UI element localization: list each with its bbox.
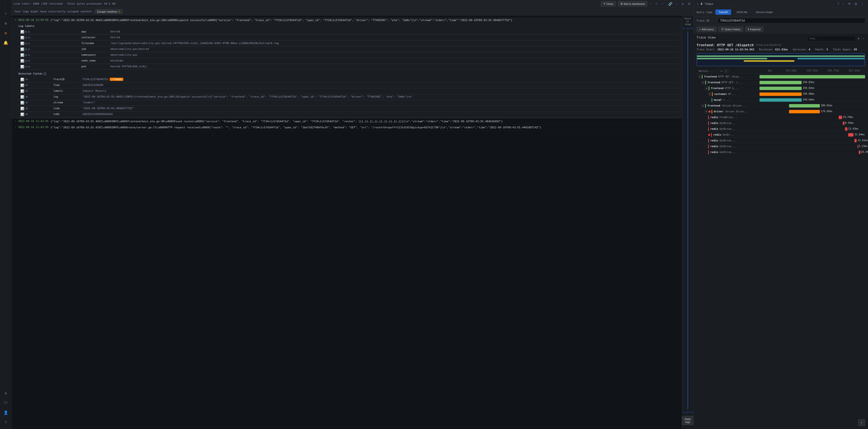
span-row[interactable]: redis GetDrive... 3.23ms bbox=[696, 143, 865, 150]
span-expand-btn[interactable]: ▾ bbox=[702, 81, 705, 84]
bar-chart-icon[interactable]: 📊 bbox=[20, 101, 24, 105]
span-row[interactable]: ▾ customer HT... 249.98ms bbox=[696, 91, 865, 97]
inspector-button[interactable]: ℹ Inspector bbox=[745, 26, 764, 32]
sidebar-item-shield[interactable]: 🛡 bbox=[1, 398, 10, 407]
help-icon-btn[interactable]: ? bbox=[654, 1, 658, 6]
bar-chart-icon[interactable]: 📊 bbox=[20, 47, 24, 51]
filter-include-icon[interactable]: ⊕ bbox=[25, 65, 27, 68]
span-row[interactable]: ▾ frontend /driver.Driver... 180.01ms bbox=[696, 103, 865, 109]
split-view-btn[interactable]: ⧉ bbox=[687, 1, 691, 6]
filter-exclude-icon[interactable]: ⊖ bbox=[28, 59, 30, 63]
sidebar-item-help[interactable]: ? bbox=[1, 418, 10, 427]
span-row[interactable]: redis GetDrive... 13.43ms bbox=[696, 126, 865, 132]
datasource-collapse-btn[interactable]: ▾ bbox=[696, 3, 699, 5]
panel-menu-btn[interactable]: ⋮ bbox=[860, 1, 865, 6]
sidebar-item-explore[interactable]: ⊙ bbox=[1, 29, 10, 37]
nav-next-btn[interactable]: › bbox=[675, 1, 678, 6]
find-dropdown-btn[interactable]: ▾ bbox=[857, 36, 861, 41]
scroll-to-top-button[interactable]: ↑ bbox=[858, 419, 865, 426]
bar-chart-icon[interactable]: 📊 bbox=[20, 112, 24, 116]
escape-newlines-button[interactable]: Escape newlines ⚠ bbox=[95, 9, 123, 14]
tempo-link-button[interactable]: ↗ Tempo bbox=[110, 78, 123, 81]
bar-chart-icon[interactable]: 📊 bbox=[20, 36, 24, 39]
tab-traceid-active[interactable]: TraceID bbox=[715, 9, 731, 15]
span-expand-btn[interactable]: ▾ bbox=[698, 75, 702, 78]
filter-include-icon[interactable]: ⊕ bbox=[25, 36, 27, 39]
tab-json-file[interactable]: JSON file bbox=[733, 9, 750, 15]
filter-exclude-icon[interactable]: ⊖ bbox=[28, 30, 30, 34]
eye-icon[interactable]: 👁 bbox=[25, 78, 28, 81]
bar-chart-icon[interactable]: 📊 bbox=[20, 107, 24, 110]
span-row[interactable]: mysql ➜ ... 249.64ms bbox=[696, 97, 865, 103]
find-input[interactable] bbox=[807, 36, 856, 41]
bar-chart-icon[interactable]: 📊 bbox=[20, 65, 24, 68]
kebab-menu-btn[interactable]: ⋯ bbox=[660, 1, 665, 6]
filter-exclude-icon[interactable]: ⊖ bbox=[28, 42, 30, 45]
add-to-dashboard-button[interactable]: ⊞ Add to dashboard bbox=[618, 1, 647, 6]
bar-chart-icon[interactable]: 📊 bbox=[20, 53, 24, 57]
tab-service-graph[interactable]: Service Graph bbox=[752, 9, 776, 15]
bar-chart-icon[interactable]: 📊 bbox=[20, 59, 24, 63]
eye-icon[interactable]: 👁 bbox=[25, 112, 28, 116]
close-button[interactable]: ✕ Close bbox=[600, 1, 616, 6]
bar-chart-icon[interactable]: 📊 bbox=[20, 78, 24, 81]
eye-icon[interactable]: 👁 bbox=[25, 84, 28, 87]
zoom-out-btn[interactable]: ⊖ bbox=[680, 1, 685, 6]
filter-include-icon[interactable]: ⊕ bbox=[25, 53, 27, 57]
service-col-more-btn[interactable]: ≫ bbox=[720, 70, 723, 72]
span-row[interactable]: redis FindDrive... 19.74ms bbox=[696, 114, 865, 120]
panel-grid-btn[interactable]: ⊞ bbox=[854, 1, 858, 6]
bar-chart-icon[interactable]: 📊 bbox=[20, 95, 24, 99]
filter-include-icon[interactable]: ⊕ bbox=[25, 47, 27, 51]
span-row[interactable]: ▾ driver /driver.Drive... 179.45ms bbox=[696, 109, 865, 114]
service-col-collapse-btn[interactable]: ˄ bbox=[717, 70, 719, 72]
trace-id-input[interactable] bbox=[718, 18, 865, 23]
nav-prev-btn[interactable]: ‹ bbox=[649, 1, 652, 6]
sidebar-item-search[interactable]: ⌕ bbox=[1, 9, 10, 18]
span-pause-btn[interactable]: ⏸ bbox=[724, 69, 728, 73]
filter-exclude-icon[interactable]: ⊖ bbox=[28, 65, 30, 68]
filter-include-icon[interactable]: ⊕ bbox=[25, 42, 27, 45]
span-expand-btn[interactable]: ▾ bbox=[702, 104, 705, 107]
panel-upload-btn[interactable]: ↑ bbox=[842, 1, 845, 6]
bar-chart-icon[interactable]: 📊 bbox=[20, 30, 24, 34]
span-expand-btn[interactable]: ▾ bbox=[708, 93, 712, 96]
span-expand-btn[interactable]: ▾ bbox=[705, 87, 708, 90]
span-row[interactable]: redis GetDrive... 10.34ms bbox=[696, 150, 865, 155]
eye-icon[interactable]: 👁 bbox=[25, 107, 28, 110]
filter-exclude-icon[interactable]: ⊖ bbox=[28, 36, 30, 39]
sidebar-item-alerting[interactable]: 🔔 bbox=[1, 38, 10, 47]
older-logs-button[interactable]: Olderlogs bbox=[682, 416, 693, 425]
sidebar-item-user[interactable]: 👤 bbox=[1, 408, 10, 417]
eye-icon[interactable]: 👁 bbox=[25, 89, 28, 93]
filter-include-icon[interactable]: ⊕ bbox=[25, 30, 27, 34]
eye-icon[interactable]: 👁 bbox=[25, 101, 28, 105]
find-up-btn[interactable]: ↑ bbox=[862, 36, 865, 41]
span-row[interactable]: ▾ frontend HTTP GET: /... 250.83ms bbox=[696, 80, 865, 86]
eye-icon[interactable]: 👁 bbox=[25, 95, 28, 99]
span-row[interactable]: redis GetDrive... 8.56ms bbox=[696, 120, 865, 126]
filter-include-icon[interactable]: ⊕ bbox=[25, 59, 27, 63]
bar-chart-icon[interactable]: 📊 bbox=[20, 89, 24, 93]
span-row[interactable]: ▾ frontend HTTP GET /disp... bbox=[696, 74, 865, 80]
filter-exclude-icon[interactable]: ⊖ bbox=[28, 53, 30, 57]
query-history-button[interactable]: ⏱ Query history bbox=[719, 27, 743, 32]
filter-exclude-icon[interactable]: ⊖ bbox=[28, 47, 30, 51]
sidebar-item-settings[interactable]: ⚙ bbox=[1, 389, 10, 398]
sidebar-item-dashboard[interactable]: ⊞ bbox=[1, 19, 10, 28]
add-query-button[interactable]: + Add query bbox=[696, 27, 717, 32]
span-row[interactable]: redis GetDrive... 12.61ms bbox=[696, 138, 865, 143]
minimap-viewport[interactable] bbox=[697, 53, 865, 66]
span-row[interactable]: ▾ frontend HTTP G... 250.82ms bbox=[696, 86, 865, 91]
bar-chart-icon[interactable]: 📊 bbox=[20, 42, 24, 45]
log-entry[interactable]: › 2022-09-16 11:43:55 {"log":"2022-09-16… bbox=[11, 125, 682, 131]
span-row[interactable]: redis GetDr... 31.84ms bbox=[696, 132, 865, 138]
span-expand-btn[interactable]: ▾ bbox=[705, 110, 708, 113]
bar-chart-icon[interactable]: 📊 bbox=[20, 84, 24, 87]
panel-eye-btn[interactable]: 👁 bbox=[847, 1, 852, 6]
log-entry[interactable]: ▾ 2022-09-16 11:43:55 {"log":"2022-09-16… bbox=[11, 18, 682, 119]
link-btn[interactable]: 🔗 bbox=[667, 1, 673, 6]
panel-help-btn[interactable]: ? bbox=[836, 1, 840, 6]
service-col-expand-btn[interactable]: › bbox=[714, 70, 716, 72]
sidebar-expand-btn[interactable]: › bbox=[1, 2, 10, 8]
